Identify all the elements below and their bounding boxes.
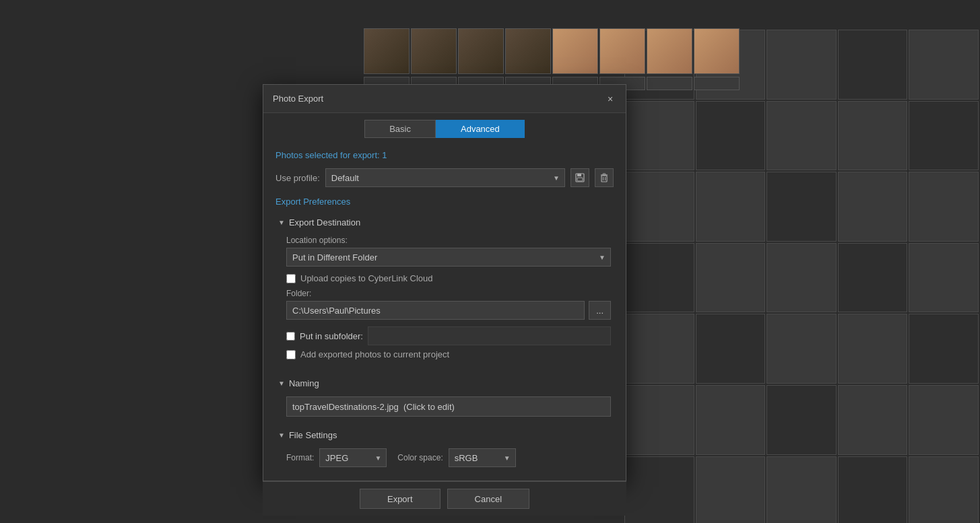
grid-cell <box>696 385 766 455</box>
grid-cell <box>909 385 979 455</box>
location-select[interactable]: Put in Different Folder <box>286 248 611 267</box>
section-arrow-destination: ▼ <box>278 219 285 226</box>
folder-row: Folder: ... <box>286 289 611 320</box>
section-arrow-naming: ▼ <box>278 380 285 387</box>
export-preferences-link[interactable]: Export Preferences <box>275 197 614 207</box>
grid-cell <box>909 101 979 171</box>
thumb-5[interactable] <box>552 28 598 74</box>
dialog-titlebar: Photo Export × <box>263 85 626 113</box>
subfolder-row: Put in subfolder: <box>286 326 611 345</box>
thumb-8[interactable] <box>694 28 740 74</box>
grid-cell <box>696 243 766 313</box>
grid-cell <box>696 456 766 523</box>
save-profile-button[interactable] <box>570 168 589 187</box>
footer-buttons: Export Cancel <box>263 481 626 516</box>
location-options-label: Location options: <box>286 236 611 245</box>
profile-select[interactable]: Default <box>325 168 565 187</box>
color-space-group: Color space: sRGB <box>397 448 515 467</box>
section-title-destination: Export Destination <box>289 217 360 228</box>
svg-rect-5 <box>603 174 606 175</box>
cancel-button[interactable]: Cancel <box>447 489 529 509</box>
grid-cell <box>766 101 837 171</box>
location-options-row: Location options: Put in Different Folde… <box>286 236 611 267</box>
upload-cloud-row: Upload copies to CyberLink Cloud <box>286 273 611 283</box>
subfolder-input[interactable] <box>368 326 611 345</box>
dialog-body: Photos selected for export: 1 Use profil… <box>263 143 626 481</box>
format-group: Format: JPEG <box>286 448 387 467</box>
grid-cell <box>696 314 766 384</box>
thumb-6[interactable] <box>599 28 645 74</box>
photo-export-dialog: Photo Export × Basic Advanced Photos sel… <box>263 84 626 481</box>
grid-cell <box>838 30 908 100</box>
browse-button[interactable]: ... <box>589 301 611 320</box>
grid-cell <box>909 30 979 100</box>
section-arrow-file-settings: ▼ <box>278 431 285 439</box>
thumb-7[interactable] <box>647 28 692 74</box>
section-title-file-settings: File Settings <box>289 430 337 440</box>
thumb-4[interactable] <box>505 28 551 74</box>
grid-cell <box>766 314 837 384</box>
format-select[interactable]: JPEG <box>319 448 387 467</box>
export-button[interactable]: Export <box>360 489 440 509</box>
grid-cell <box>766 243 837 313</box>
folder-label: Folder: <box>286 289 611 298</box>
grid-cell <box>909 172 979 242</box>
upload-cloud-label: Upload copies to CyberLink Cloud <box>300 273 433 283</box>
profile-label: Use profile: <box>275 173 320 183</box>
section-file-settings: ▼ File Settings Format: JPEG Color space <box>275 426 614 471</box>
location-select-wrapper: Put in Different Folder <box>286 248 611 267</box>
grid-cell <box>909 456 979 523</box>
section-content-destination: Location options: Put in Different Folde… <box>275 232 614 369</box>
svg-rect-2 <box>577 178 583 181</box>
grid-cell <box>766 30 837 100</box>
tab-advanced[interactable]: Advanced <box>436 120 525 138</box>
close-button[interactable]: × <box>604 93 616 105</box>
tab-bar: Basic Advanced <box>263 113 626 143</box>
section-title-naming: Naming <box>289 378 319 388</box>
svg-rect-3 <box>601 176 607 182</box>
grid-cell <box>624 243 694 313</box>
add-to-project-row: Add exported photos to current project <box>286 349 611 359</box>
folder-input[interactable] <box>286 301 585 320</box>
section-export-destination-header[interactable]: ▼ Export Destination <box>275 213 614 232</box>
section-naming-header[interactable]: ▼ Naming <box>275 374 614 392</box>
file-settings-row: Format: JPEG Color space: sRGB <box>286 448 611 467</box>
subfolder-label: Put in subfolder: <box>300 331 363 341</box>
grid-cell <box>766 456 837 523</box>
grid-cell <box>838 101 908 171</box>
thumb-1[interactable] <box>364 28 410 74</box>
naming-input[interactable] <box>286 396 611 417</box>
add-to-project-checkbox[interactable] <box>286 350 296 359</box>
color-space-select[interactable]: sRGB <box>449 448 516 467</box>
folder-input-row: ... <box>286 301 611 320</box>
grid-cell <box>909 243 979 313</box>
add-to-project-label: Add exported photos to current project <box>300 349 449 359</box>
grid-cell <box>838 456 908 523</box>
svg-rect-1 <box>577 174 581 176</box>
grid-cell <box>624 101 694 171</box>
thumb-3[interactable] <box>458 28 504 74</box>
dialog-footer: Export Cancel <box>263 481 626 523</box>
tab-basic[interactable]: Basic <box>364 120 436 138</box>
photos-selected-label: Photos selected for export: 1 <box>275 150 614 160</box>
upload-cloud-checkbox[interactable] <box>286 274 296 283</box>
format-label: Format: <box>286 453 314 462</box>
section-file-settings-header[interactable]: ▼ File Settings <box>275 426 614 444</box>
profile-select-wrapper: Default <box>325 168 565 187</box>
grid-cell <box>624 314 694 384</box>
section-export-destination: ▼ Export Destination Location options: P… <box>275 213 614 369</box>
section-naming: ▼ Naming <box>275 374 614 421</box>
thumb-2[interactable] <box>411 28 457 74</box>
grid-cell <box>766 172 837 242</box>
grid-cell <box>624 385 694 455</box>
grid-cell <box>838 385 908 455</box>
background-grid <box>623 28 980 523</box>
color-space-select-wrapper: sRGB <box>449 448 516 467</box>
grid-cell <box>696 172 766 242</box>
subfolder-checkbox[interactable] <box>286 332 295 341</box>
grid-cell <box>696 101 766 171</box>
delete-profile-button[interactable] <box>595 168 614 187</box>
profile-row: Use profile: Default <box>275 168 614 187</box>
grid-cell <box>624 172 694 242</box>
format-select-wrapper: JPEG <box>319 448 387 467</box>
